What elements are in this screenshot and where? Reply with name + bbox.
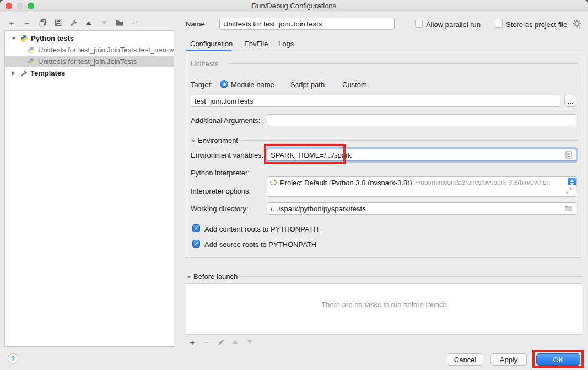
- svg-text:z: z: [135, 23, 137, 26]
- tree-item-label: Python tests: [31, 34, 74, 42]
- name-input[interactable]: [219, 18, 395, 30]
- environment-collapse-icon[interactable]: [191, 140, 196, 142]
- copy-configuration-icon[interactable]: [37, 18, 47, 28]
- interpreter-options-input[interactable]: [267, 185, 576, 197]
- save-configuration-icon[interactable]: [53, 18, 63, 28]
- title-bar: Run/Debug Configurations: [0, 0, 588, 12]
- store-settings-gear-icon[interactable]: [573, 19, 581, 30]
- target-module-name-label: Module name: [231, 81, 274, 89]
- svg-text:a: a: [135, 19, 137, 23]
- add-content-roots-checkbox[interactable]: ✓: [192, 224, 200, 232]
- help-button[interactable]: ?: [8, 353, 18, 364]
- store-as-project-file-label: Store as project file: [506, 20, 567, 29]
- target-module-name-radio[interactable]: [220, 80, 228, 88]
- tree-item-label: Templates: [30, 69, 65, 77]
- collapse-arrow-icon[interactable]: [12, 37, 16, 40]
- working-directory-input[interactable]: [267, 202, 576, 215]
- name-label: Name:: [186, 20, 207, 28]
- tree-item-python-tests[interactable]: Python tests: [5, 33, 174, 44]
- add-configuration-icon[interactable]: +: [7, 18, 17, 28]
- unittests-group-title: Unittests: [191, 60, 219, 68]
- group-divider: [227, 63, 578, 64]
- add-source-roots-checkbox[interactable]: ✓: [192, 240, 200, 248]
- tab-configuration[interactable]: Configuration: [190, 40, 233, 48]
- tree-item-label: Unittests for test_join.JoinTests: [38, 57, 137, 66]
- store-as-project-file-checkbox[interactable]: [495, 20, 503, 28]
- target-script-path-label: Script path: [290, 81, 325, 89]
- target-custom-label: Custom: [342, 81, 367, 89]
- add-source-roots-label: Add source roots to PYTHONPATH: [204, 240, 316, 249]
- move-up-icon[interactable]: [84, 18, 94, 28]
- browse-target-button[interactable]: ...: [564, 95, 576, 107]
- help-question-icon: ?: [11, 355, 15, 363]
- add-content-roots-label: Add content roots to PYTHONPATH: [204, 225, 319, 233]
- python-test-config-icon: [28, 46, 35, 54]
- environment-variables-input[interactable]: [267, 149, 576, 161]
- move-task-down-icon: [245, 337, 255, 347]
- before-launch-divider: [239, 276, 582, 277]
- target-input[interactable]: [191, 95, 560, 107]
- browse-folder-icon[interactable]: [564, 205, 573, 212]
- ok-button[interactable]: OK: [536, 353, 580, 366]
- templates-wrench-icon: [20, 69, 28, 77]
- tree-item-templates[interactable]: Templates: [5, 67, 174, 79]
- window-controls: [6, 3, 34, 9]
- tab-envfile[interactable]: EnvFile: [244, 40, 268, 48]
- remove-task-icon: −: [202, 337, 212, 347]
- tree-item-label: Unittests for test_join.JoinTests.test_n…: [38, 46, 174, 54]
- allow-parallel-run-checkbox[interactable]: [415, 20, 423, 28]
- zoom-window-button[interactable]: [28, 3, 34, 9]
- before-launch-title: Before launch: [193, 272, 238, 281]
- before-launch-task-list[interactable]: There are no tasks to run before launch: [186, 283, 582, 335]
- expand-arrow-icon[interactable]: [12, 71, 15, 76]
- tree-item-unittests-jointests-selected[interactable]: Unittests for test_join.JoinTests: [5, 56, 174, 67]
- python-test-config-icon: [28, 58, 35, 66]
- configurations-tree: Python tests Unittests for test_join.Joi…: [4, 30, 174, 347]
- tree-item-unittests-test-narrow[interactable]: Unittests for test_join.JoinTests.test_n…: [5, 44, 174, 56]
- configuration-tab-panel: Unittests Target: Module name Script pat…: [186, 52, 582, 258]
- sort-alphabetically-icon: az: [130, 18, 140, 28]
- move-task-up-icon: [230, 337, 240, 347]
- python-tests-icon: [20, 35, 28, 42]
- window-title: Run/Debug Configurations: [0, 0, 588, 12]
- allow-parallel-run-label: Allow parallel run: [426, 20, 481, 29]
- cancel-button[interactable]: Cancel: [447, 353, 483, 366]
- working-directory-label: Working directory:: [191, 205, 249, 213]
- environment-section-title: Environment: [198, 136, 238, 144]
- remove-configuration-icon[interactable]: −: [22, 18, 32, 28]
- minimize-window-button: [17, 3, 23, 9]
- apply-button[interactable]: Apply: [490, 353, 527, 366]
- additional-arguments-label: Additional Arguments:: [191, 116, 260, 125]
- expand-field-icon[interactable]: [565, 187, 573, 194]
- target-label: Target:: [191, 81, 213, 89]
- run-debug-configurations-dialog: Run/Debug Configurations + − az Python t…: [0, 0, 588, 370]
- python-interpreter-label: Python interpreter:: [191, 169, 250, 177]
- add-task-icon[interactable]: +: [187, 337, 197, 347]
- close-window-button[interactable]: [6, 3, 12, 9]
- edit-templates-wrench-icon[interactable]: [68, 18, 78, 28]
- active-tab-indicator: [186, 50, 231, 51]
- interpreter-options-label: Interpreter options:: [191, 187, 251, 195]
- before-launch-collapse-icon[interactable]: [187, 276, 191, 278]
- before-launch-empty-text: There are no tasks to run before launch: [321, 301, 447, 334]
- edit-task-pencil-icon: [216, 337, 226, 347]
- before-launch-toolbar: + −: [187, 337, 255, 347]
- edit-environment-variables-icon[interactable]: [565, 151, 572, 159]
- additional-arguments-input[interactable]: [267, 114, 576, 126]
- move-down-icon: [99, 18, 109, 28]
- environment-variables-label: Environment variables:: [191, 151, 263, 159]
- tab-logs[interactable]: Logs: [278, 40, 294, 48]
- new-folder-icon[interactable]: [115, 18, 125, 28]
- configurations-toolbar: + − az: [7, 18, 140, 28]
- section-divider: [240, 140, 578, 141]
